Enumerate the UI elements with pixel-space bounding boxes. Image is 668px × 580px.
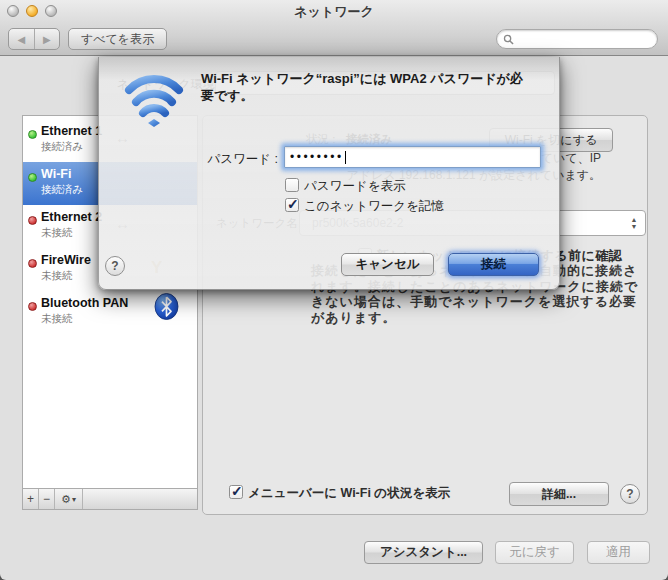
connect-button[interactable]: 接続: [448, 253, 539, 276]
stepper-arrows-icon: ▲▼: [627, 213, 641, 233]
apply-button[interactable]: 適用: [587, 541, 650, 564]
interface-status: 未接続: [41, 312, 73, 326]
interface-name: Wi-Fi: [41, 167, 71, 181]
wifi-password-sheet: Wi-Fi ネットワーク“raspi”には WPA2 パスワードが必 要です。 …: [98, 57, 560, 290]
interface-name: Bluetooth PAN: [41, 296, 128, 310]
back-button[interactable]: ◀: [9, 29, 35, 49]
interface-name: FireWire: [41, 253, 91, 267]
search-input[interactable]: [496, 29, 658, 49]
list-gadget-bar: + − ⚙▾: [23, 488, 197, 509]
interface-status: 接続済み: [41, 183, 83, 197]
sheet-help-button[interactable]: ?: [105, 256, 125, 276]
titlebar[interactable]: ネットワーク: [0, 0, 668, 22]
help-button[interactable]: ?: [620, 484, 640, 504]
revert-button[interactable]: 元に戻す: [495, 541, 574, 564]
interface-name: Ethernet 2: [41, 210, 102, 224]
cancel-button[interactable]: キャンセル: [341, 253, 434, 276]
status-dot-green: [28, 130, 37, 139]
status-dot-red: [28, 216, 37, 225]
show-password-label: パスワードを表示: [304, 178, 405, 195]
chevron-down-icon: ▾: [72, 495, 76, 504]
status-dot-green: [28, 173, 37, 182]
gear-icon: ⚙: [61, 493, 71, 506]
network-preferences-window: ネットワーク ◀ ▶ すべてを表示 ネットワーク環境: Ethernet 1 接…: [0, 0, 668, 580]
assistant-button[interactable]: アシスタント...: [364, 541, 483, 564]
list-item-bluetooth-pan[interactable]: Bluetooth PAN 未接続: [23, 291, 197, 334]
show-password-checkbox[interactable]: [285, 178, 299, 192]
remember-network-checkbox[interactable]: [285, 198, 299, 212]
show-all-button[interactable]: すべてを表示: [68, 28, 167, 50]
interface-status: 未接続: [41, 269, 73, 283]
search-icon: [503, 34, 514, 45]
password-field[interactable]: ••••••••: [284, 146, 541, 168]
advanced-button[interactable]: 詳細...: [509, 482, 609, 506]
sheet-title-line2: 要です。: [201, 87, 553, 104]
status-dot-red: [28, 302, 37, 311]
password-label: パスワード :: [101, 151, 278, 168]
toolbar: ◀ ▶ すべてを表示: [0, 26, 668, 52]
interface-name: Ethernet 1: [41, 124, 102, 138]
remove-interface-button[interactable]: −: [39, 489, 55, 509]
wifi-icon: [121, 66, 187, 128]
window-title: ネットワーク: [0, 3, 668, 21]
ask-desc-line: きない場合は、手動でネットワークを選択する必要: [311, 294, 638, 310]
status-dot-red: [28, 259, 37, 268]
show-wifi-in-menubar-checkbox[interactable]: [229, 485, 243, 499]
interface-status: 未接続: [41, 226, 73, 240]
password-dots: ••••••••: [290, 152, 344, 162]
interface-status: 接続済み: [41, 140, 83, 154]
window-chrome: ネットワーク ◀ ▶ すべてを表示: [0, 0, 668, 56]
sheet-title-line1: Wi-Fi ネットワーク“raspi”には WPA2 パスワードが必: [201, 70, 553, 87]
forward-button[interactable]: ▶: [35, 29, 60, 49]
action-menu-button[interactable]: ⚙▾: [55, 489, 83, 509]
sheet-title: Wi-Fi ネットワーク“raspi”には WPA2 パスワードが必 要です。: [201, 70, 553, 104]
text-caret: [345, 151, 346, 164]
nav-segment: ◀ ▶: [8, 28, 60, 50]
show-wifi-in-menubar-label: メニューバーに Wi-Fi の状況を表示: [248, 485, 450, 502]
ask-desc-line: があります。: [311, 310, 638, 326]
bluetooth-icon: [154, 293, 179, 320]
remember-network-label: このネットワークを記憶: [304, 198, 444, 215]
add-interface-button[interactable]: +: [23, 489, 39, 509]
